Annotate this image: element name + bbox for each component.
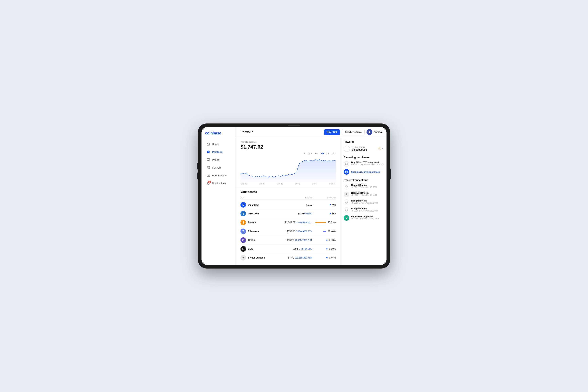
sidebar-label-for-you: For you (212, 166, 221, 169)
rewards-title: Rewards (344, 140, 384, 143)
transaction-item[interactable]: Bought Bitcoin +0.0016 BTC on Aug 05, 20… (344, 207, 384, 213)
svg-rect-4 (207, 168, 208, 169)
recurring-subtitle-0: Next occurence on October 16, 2020 (351, 164, 383, 166)
assets-rows: $ US Dollar $0.00 0% $ USD Coin $0.00 0 … (240, 200, 336, 262)
table-row[interactable]: ₿ Bitcoin $1,349.62 0.11905559 BTC 77.23… (240, 218, 336, 227)
power-button (390, 168, 391, 179)
notifications-icon: 1 (206, 182, 210, 185)
tx-title-1: Received Bitcoin (351, 192, 377, 194)
sidebar-item-home[interactable]: Home (203, 140, 234, 148)
balance-label: Portfolio balance (240, 141, 336, 143)
asset-allocation-1: 0% (312, 212, 336, 215)
earn-rewards-icon (206, 174, 210, 177)
asset-name-2: Bitcoin (248, 221, 256, 224)
sidebar-label-notifications: Notifications (212, 182, 226, 185)
chevron-icon[interactable]: ▾ (382, 148, 384, 150)
filter-1w[interactable]: 1W (315, 152, 318, 155)
col-asset: Asset (240, 196, 281, 199)
sidebar-label-earn-rewards: Earn rewards (212, 174, 227, 177)
reward-amount: $0.00000000 (352, 148, 376, 151)
setup-icon (344, 169, 349, 175)
reward-info: Lifetime rewards $0.00000000 (352, 146, 376, 151)
screen: coinbase Home (202, 127, 386, 265)
tx-text-1: Received Bitcoin +0.0135 BTC on Oct 09, … (351, 192, 377, 196)
col-balance: Balance (281, 196, 312, 199)
reward-label: Lifetime rewards (352, 146, 376, 148)
table-row[interactable]: $ US Dollar $0.00 0% (240, 200, 336, 209)
table-row[interactable]: O Orchid $16.28 64.59147393 OXT 0.93% (240, 236, 336, 244)
asset-info: $ US Dollar (240, 202, 281, 208)
chart-section: Portfolio balance $1,747.62 1H 24H 1W 1M… (236, 137, 340, 187)
svg-rect-1 (207, 158, 210, 160)
asset-name-6: Stellar Lumens (248, 256, 265, 259)
tx-text-3: Bought Bitcoin +0.0016 BTC on Aug 05, 20… (351, 207, 378, 212)
table-header: Asset Balance Allocation (240, 196, 336, 200)
bought-icon (344, 184, 349, 189)
volume-button-2 (197, 172, 198, 179)
asset-icon-5: E (240, 246, 246, 252)
recurring-title-0: Buy $25 of BTC every week (351, 161, 383, 164)
asset-balance-2: $1,349.62 0.11905559 BTC (281, 221, 312, 224)
asset-icon-2: ₿ (240, 220, 246, 225)
setup-recurring[interactable]: Set up a recurring purchase (344, 169, 384, 175)
rewards-section: Rewards Lifetime rewards $0.00000000 ⓘ ▾ (344, 140, 384, 152)
reward-item: Lifetime rewards $0.00000000 ⓘ ▾ (344, 146, 384, 152)
sidebar-item-notifications[interactable]: 1 Notifications (203, 180, 234, 187)
table-row[interactable]: Ξ Ethereum $357.15 0.95468859 ETH 20.44% (240, 227, 336, 236)
asset-allocation-5: 0.60% (312, 248, 336, 250)
sidebar-logo: coinbase (202, 131, 236, 140)
bought-icon (344, 207, 349, 213)
transaction-item[interactable]: Bought Bitcoin +0.0021 BTC on Oct 09, 20… (344, 184, 384, 189)
asset-icon-6: ✦ (240, 255, 246, 260)
filter-24h[interactable]: 24H (308, 152, 312, 155)
asset-name-5: EOS (248, 248, 253, 250)
sidebar-label-home: Home (212, 143, 219, 146)
time-filters: 1H 24H 1W 1M 1Y ALL (240, 152, 336, 155)
user-info[interactable]: Andrea (366, 129, 382, 135)
asset-icon-3: Ξ (240, 228, 246, 234)
notification-badge: 1 (208, 181, 211, 184)
filter-1m[interactable]: 1M (321, 152, 324, 155)
sidebar-item-earn-rewards[interactable]: Earn rewards (203, 172, 234, 179)
portfolio-icon (206, 150, 210, 154)
sidebar-item-prices[interactable]: Prices (203, 156, 234, 164)
sidebar-item-portfolio[interactable]: Portfolio (203, 148, 234, 156)
filter-all[interactable]: ALL (332, 152, 336, 155)
assets-title: Your assets (240, 190, 336, 194)
asset-balance-3: $357.15 0.95468859 ETH (281, 230, 312, 233)
chart-date-0: SEP 16 (241, 183, 247, 185)
transaction-item[interactable]: Bought Bitcoin +0.0015 BTC on Aug 15, 20… (344, 200, 384, 205)
volume-button-1 (197, 163, 198, 170)
sidebar-item-for-you[interactable]: For you (203, 164, 234, 171)
asset-balance-5: $10.51 4.0484 EOS (281, 248, 312, 250)
send-receive-button[interactable]: Send / Receive (342, 129, 364, 135)
svg-point-15 (346, 194, 347, 194)
tx-text-4: Received Compound +0.0195 COMP on Jul 16… (351, 215, 379, 220)
recurring-item-0: Buy $25 of BTC every week Next occurence… (344, 161, 384, 167)
info-icon[interactable]: ⓘ (378, 147, 381, 150)
table-row[interactable]: E EOS $10.51 4.0484 EOS 0.60% (240, 244, 336, 254)
asset-icon-4: O (240, 237, 246, 243)
tx-title-4: Received Compound (351, 215, 379, 218)
main-content: Portfolio Buy / Sell Send / Receive (236, 127, 386, 265)
table-row[interactable]: $ USD Coin $0.00 0 USDC 0% (240, 209, 336, 218)
svg-rect-2 (207, 166, 208, 168)
tx-subtitle-4: +0.0195 COMP on Jul 16, 2020 (351, 218, 379, 220)
asset-icon-0: $ (240, 202, 246, 208)
chart-date-3: OCT 2 (295, 183, 300, 185)
portfolio-panel: Portfolio balance $1,747.62 1H 24H 1W 1M… (236, 137, 340, 265)
recurring-icon-btc (344, 161, 349, 167)
transaction-item[interactable]: Received Compound +0.0195 COMP on Jul 16… (344, 215, 384, 221)
filter-1y[interactable]: 1Y (326, 152, 329, 155)
balance-amount: $1,747.62 (240, 144, 336, 150)
transaction-item[interactable]: Received Bitcoin +0.0135 BTC on Oct 09, … (344, 192, 384, 197)
price-chart (240, 156, 336, 182)
svg-rect-5 (208, 168, 210, 169)
table-row[interactable]: ✦ Stellar Lumens $7.81 105.1161867 XLM 0… (240, 254, 336, 262)
filter-1h[interactable]: 1H (302, 152, 305, 155)
transactions-list: Bought Bitcoin +0.0021 BTC on Oct 09, 20… (344, 184, 384, 221)
setup-recurring-label[interactable]: Set up a recurring purchase (351, 171, 380, 173)
bought-icon (344, 200, 349, 205)
buy-sell-button[interactable]: Buy / Sell (324, 129, 340, 135)
prices-icon (206, 158, 210, 162)
